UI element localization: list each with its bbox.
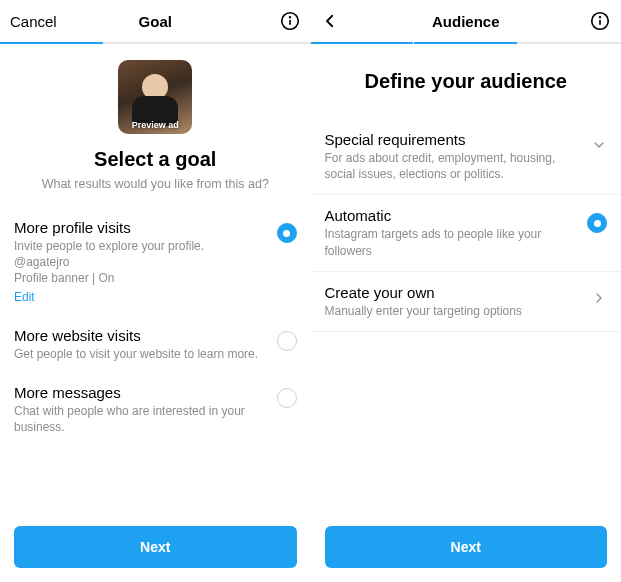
page-subtitle: What results would you like from this ad… bbox=[14, 177, 297, 191]
option-handle: @agatejro bbox=[14, 254, 267, 270]
audience-screen: Audience Define your audience Special re… bbox=[311, 0, 622, 582]
row-desc: For ads about credit, employment, housin… bbox=[325, 150, 582, 182]
chevron-right-icon bbox=[591, 290, 607, 306]
info-button[interactable] bbox=[279, 10, 301, 32]
option-title: More messages bbox=[14, 384, 267, 401]
page-title: Select a goal bbox=[14, 148, 297, 171]
option-desc: Invite people to explore your profile. bbox=[14, 238, 267, 254]
back-button[interactable] bbox=[321, 12, 339, 30]
content: Preview ad Select a goal What results wo… bbox=[0, 44, 311, 516]
nav-bar: Cancel Goal bbox=[0, 0, 311, 42]
footer: Next bbox=[311, 516, 622, 582]
next-button[interactable]: Next bbox=[14, 526, 297, 568]
svg-point-5 bbox=[600, 17, 601, 18]
row-create-your-own[interactable]: Create your own Manually enter your targ… bbox=[311, 272, 622, 332]
row-automatic[interactable]: Automatic Instagram targets ads to peopl… bbox=[311, 195, 622, 271]
radio-selected[interactable] bbox=[277, 223, 297, 243]
row-title: Create your own bbox=[325, 284, 582, 301]
chevron-left-icon bbox=[321, 12, 339, 30]
goal-option-website-visits[interactable]: More website visits Get people to visit … bbox=[14, 317, 297, 374]
svg-point-2 bbox=[289, 17, 290, 18]
row-desc: Instagram targets ads to people like you… bbox=[325, 226, 578, 258]
option-title: More website visits bbox=[14, 327, 267, 344]
radio-selected[interactable] bbox=[587, 213, 607, 233]
goal-option-messages[interactable]: More messages Chat with people who are i… bbox=[14, 374, 297, 447]
option-title: More profile visits bbox=[14, 219, 267, 236]
nav-title: Audience bbox=[311, 13, 622, 30]
cancel-button[interactable]: Cancel bbox=[10, 13, 57, 30]
radio-unselected[interactable] bbox=[277, 388, 297, 408]
footer: Next bbox=[0, 516, 311, 582]
goal-option-profile-visits[interactable]: More profile visits Invite people to exp… bbox=[14, 209, 297, 317]
option-desc: Get people to visit your website to lear… bbox=[14, 346, 267, 362]
chevron-down-icon bbox=[591, 137, 607, 153]
audience-list: Special requirements For ads about credi… bbox=[311, 119, 622, 332]
goal-screen: Cancel Goal Preview ad Select a goal Wha… bbox=[0, 0, 311, 582]
option-desc: Chat with people who are interested in y… bbox=[14, 403, 267, 435]
info-icon bbox=[589, 10, 611, 32]
row-title: Automatic bbox=[325, 207, 578, 224]
row-desc: Manually enter your targeting options bbox=[325, 303, 582, 319]
radio-unselected[interactable] bbox=[277, 331, 297, 351]
nav-bar: Audience bbox=[311, 0, 622, 42]
info-button[interactable] bbox=[589, 10, 611, 32]
info-icon bbox=[279, 10, 301, 32]
content: Define your audience Special requirement… bbox=[311, 44, 622, 516]
next-button[interactable]: Next bbox=[325, 526, 608, 568]
row-title: Special requirements bbox=[325, 131, 582, 148]
edit-link[interactable]: Edit bbox=[14, 290, 35, 304]
preview-ad-label: Preview ad bbox=[118, 120, 192, 130]
row-special-requirements[interactable]: Special requirements For ads about credi… bbox=[311, 119, 622, 195]
page-title: Define your audience bbox=[311, 70, 622, 93]
option-banner: Profile banner | On bbox=[14, 270, 267, 286]
preview-ad-thumbnail[interactable]: Preview ad bbox=[118, 60, 192, 134]
